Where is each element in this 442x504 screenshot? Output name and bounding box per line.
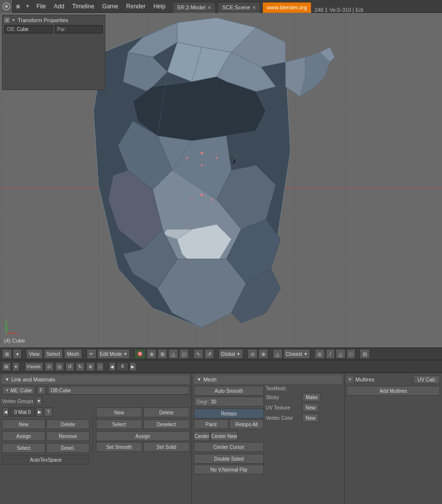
closest-arrow: ▼ xyxy=(304,352,308,356)
3d-viewport[interactable]: ✕ ▼ Transform Properties OB: Cube Par: x… xyxy=(0,13,442,347)
page-next-btn[interactable]: ▶ xyxy=(129,362,136,371)
panel-collapse-icon: ▼ xyxy=(11,18,16,23)
proportional-btn[interactable]: ◎ xyxy=(315,349,325,359)
edit-mode-dropdown[interactable]: Edit Mode ▼ xyxy=(97,349,130,359)
axis-indicator: x y xyxy=(4,321,19,336)
panels-label[interactable]: Panels xyxy=(25,362,43,371)
snap-icon[interactable]: ⊕ xyxy=(147,349,157,359)
solid-btn[interactable]: □ xyxy=(347,349,355,359)
triangle-icon[interactable]: △ xyxy=(273,349,283,359)
transform-icon[interactable]: ↖ xyxy=(193,349,203,359)
par-field[interactable]: Par: xyxy=(55,25,103,33)
tab-close-icon[interactable]: ✕ xyxy=(207,5,211,10)
delete-btn-2[interactable]: Delete xyxy=(143,408,189,417)
remove-btn[interactable]: Remove xyxy=(46,431,90,441)
vertex-groups-label: Vertex Groups xyxy=(2,399,33,404)
double-sided-btn[interactable]: Double Sided xyxy=(194,454,264,464)
auto-smooth-btn[interactable]: Auto Smooth xyxy=(194,386,264,396)
set-solid-btn[interactable]: Set Solid xyxy=(143,442,189,452)
grid-view-btn[interactable]: ⊞ xyxy=(2,362,11,371)
panel-close-btn[interactable]: ✕ xyxy=(4,18,9,23)
icon-btn-3[interactable]: △ xyxy=(168,349,178,359)
retopo-all-btn[interactable]: Retopo All xyxy=(229,419,264,429)
no-vnormal-flip-btn[interactable]: No V.Normal Flip xyxy=(194,465,264,474)
panel-icon-3[interactable]: ↺ xyxy=(65,362,74,371)
delete-btn-1[interactable]: Delete xyxy=(46,419,90,429)
mat-prev-btn[interactable]: ◀ xyxy=(2,408,9,416)
global-dropdown[interactable]: Global ▼ xyxy=(219,349,243,359)
paint-btn[interactable]: Paint xyxy=(194,419,228,429)
transform-properties-panel: ✕ ▼ Transform Properties OB: Cube Par: xyxy=(2,15,105,90)
ob-field[interactable]: OB:Cube xyxy=(48,386,189,395)
last-btn[interactable]: ⊟ xyxy=(360,349,370,359)
sticky-label: Sticky xyxy=(266,395,300,400)
panels-layout-btn[interactable]: ▾ xyxy=(12,362,20,371)
me-field-btn[interactable]: ▼ ME: Cube xyxy=(2,386,35,395)
panel-icon-5[interactable]: ⊕ xyxy=(86,362,95,371)
viewport-layout-btn[interactable]: ▾ xyxy=(13,349,22,359)
closest-dropdown[interactable]: Closest ▼ xyxy=(284,349,310,359)
svg-text:y: y xyxy=(5,321,7,324)
retopo-btn[interactable]: Retopo xyxy=(194,409,264,418)
bottom-panels: ▼ Link and Materials ▼ ME: Cube F OB:Cub… xyxy=(0,373,442,504)
tab-sr2-model[interactable]: SR:2-Model ✕ xyxy=(172,2,216,13)
view-menu-btn[interactable]: View xyxy=(26,349,43,359)
make-btn[interactable]: Make xyxy=(302,393,321,402)
menu-add[interactable]: Add xyxy=(50,0,68,13)
page-number: 4 xyxy=(117,362,128,371)
deselect-btn[interactable]: Deselect xyxy=(143,419,189,429)
panel-icon-4[interactable]: ↻ xyxy=(76,362,85,371)
mesh-menu-btn[interactable]: Mesh xyxy=(64,349,82,359)
menu-render[interactable]: Render xyxy=(122,0,149,13)
edit-mode-icon: ✏ xyxy=(87,349,96,359)
rotate-icon[interactable]: ↺ xyxy=(204,349,214,359)
center-btn[interactable]: Center xyxy=(194,431,210,441)
tab-close-icon-2[interactable]: ✕ xyxy=(252,5,256,10)
set-smooth-btn[interactable]: Set Smooth xyxy=(96,442,142,452)
menu-game[interactable]: Game xyxy=(98,0,123,13)
arrow-icon: ▼ xyxy=(23,0,32,13)
tab-uv-calc[interactable]: UV Calc xyxy=(413,375,440,384)
magnet-icon[interactable]: ⊞ xyxy=(158,349,167,359)
new-btn-1[interactable]: New xyxy=(2,419,45,429)
mat-next-btn[interactable]: ▶ xyxy=(36,408,43,416)
add-multires-btn[interactable]: Add Multires xyxy=(347,386,440,396)
pivot-btn[interactable]: ⊙ xyxy=(248,349,257,359)
select-menu-btn[interactable]: Select xyxy=(44,349,63,359)
menu-help[interactable]: Help xyxy=(150,0,170,13)
ob-field[interactable]: OB: Cube xyxy=(4,25,53,33)
icon-btn-4[interactable]: ◻ xyxy=(179,349,189,359)
degr-field[interactable]: Degr: 30 xyxy=(194,397,264,407)
mesh-panel: ▼ Mesh Auto Smooth Degr: 30 Retopo xyxy=(192,373,345,504)
menu-timeline[interactable]: Timeline xyxy=(68,0,98,13)
mirror-btn[interactable]: / xyxy=(326,349,335,359)
f-btn[interactable]: F xyxy=(37,386,46,395)
center-cursor-btn[interactable]: Center Cursor xyxy=(194,442,264,452)
mat-help-btn[interactable]: ? xyxy=(44,408,53,416)
tab-sce-scene[interactable]: SCE:Scene ✕ xyxy=(218,2,260,13)
new-uv-btn[interactable]: New xyxy=(302,403,319,412)
assign-btn-2[interactable]: Assign xyxy=(96,431,189,441)
page-prev-btn[interactable]: ◀ xyxy=(109,362,116,371)
link-materials-header[interactable]: ▼ Link and Materials xyxy=(2,375,189,384)
new-btn-2[interactable]: New xyxy=(96,408,142,417)
select-btn-2[interactable]: Select xyxy=(96,419,142,429)
autotexspace-btn[interactable]: AutoTexSpace xyxy=(2,455,90,465)
assign-btn-1[interactable]: Assign xyxy=(2,431,45,441)
tab-blender-org[interactable]: www.blender.org xyxy=(262,2,311,13)
render-icon[interactable]: 🎯 xyxy=(134,349,146,359)
center-new-btn[interactable]: Center New xyxy=(211,431,238,441)
vertex-group-dropdown[interactable]: ▼ xyxy=(35,397,42,406)
panel-icon-1[interactable]: ⊙ xyxy=(45,362,54,371)
mesh-panel-header[interactable]: ▼ Mesh xyxy=(194,375,342,384)
svg-point-37 xyxy=(186,157,188,159)
panel-icon-6[interactable]: □ xyxy=(96,362,104,371)
viewport-grid-btn[interactable]: ⊞ xyxy=(2,349,12,359)
desel-btn[interactable]: Desel. xyxy=(46,443,90,453)
pivot-center-btn[interactable]: ⊕ xyxy=(258,349,268,359)
menu-file[interactable]: File xyxy=(32,0,50,13)
wire-btn[interactable]: △ xyxy=(336,349,346,359)
select-btn-1[interactable]: Select xyxy=(2,443,45,453)
panel-icon-2[interactable]: ◎ xyxy=(55,362,64,371)
new-vc-btn[interactable]: New xyxy=(302,413,319,422)
